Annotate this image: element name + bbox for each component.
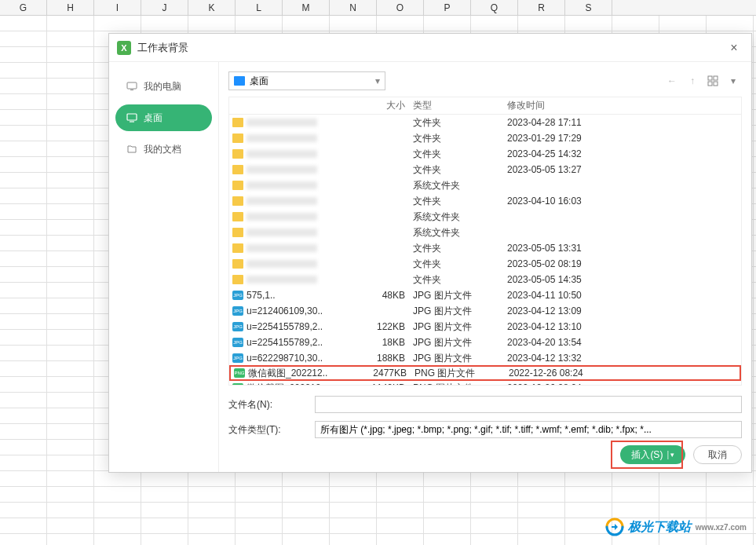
- filename-input[interactable]: [315, 396, 742, 413]
- header-name[interactable]: 名称: [229, 99, 371, 112]
- file-type: 文件夹: [410, 116, 504, 130]
- blurred-filename: [247, 244, 317, 252]
- column-header-J[interactable]: J: [141, 0, 188, 15]
- blurred-filename: [247, 213, 317, 221]
- file-type: 文件夹: [410, 148, 504, 161]
- watermark-text: 极光下载站: [628, 519, 691, 536]
- file-row[interactable]: 系统文件夹: [229, 225, 741, 240]
- file-row[interactable]: JPGu=2254155789,2..18KBJPG 图片文件2023-04-2…: [229, 335, 741, 350]
- file-row[interactable]: JPGu=2254155789,2..122KBJPG 图片文件2023-04-…: [229, 319, 741, 335]
- file-row[interactable]: 文件夹2023-05-05 13:31: [229, 240, 741, 256]
- file-row[interactable]: JPGu=622298710,30..188KBJPG 图片文件2023-04-…: [229, 350, 741, 366]
- sidebar-item-my-documents[interactable]: 我的文档: [115, 136, 212, 163]
- file-date: 2022-12-26 08:24: [504, 382, 630, 386]
- column-headers: GHIJKLMNOPQRS: [0, 0, 756, 16]
- view-dropdown-icon[interactable]: ▾: [725, 72, 742, 90]
- folder-icon: [232, 181, 243, 190]
- svg-rect-4: [708, 76, 712, 80]
- file-row[interactable]: 文件夹2023-05-05 14:35: [229, 272, 741, 287]
- blurred-filename: [247, 229, 317, 236]
- file-size: 18KB: [371, 337, 410, 348]
- folder-icon: [232, 228, 243, 237]
- jpg-icon: JPG: [232, 353, 243, 363]
- column-header-S[interactable]: S: [565, 0, 612, 15]
- filetype-combo[interactable]: [315, 421, 742, 438]
- file-type: JPG 图片文件: [410, 289, 504, 302]
- header-size[interactable]: 大小: [371, 99, 410, 112]
- file-row[interactable]: PNG微信截图_202212..2477KBPNG 图片文件2022-12-26…: [229, 365, 741, 381]
- close-icon[interactable]: ×: [725, 38, 743, 57]
- column-header-N[interactable]: N: [330, 0, 377, 15]
- column-header-H[interactable]: H: [47, 0, 94, 15]
- file-row[interactable]: JPGu=212406109,30..JPG 图片文件2023-04-12 13…: [229, 303, 741, 319]
- file-type: JPG 图片文件: [410, 305, 504, 318]
- file-list-header[interactable]: 名称 大小 类型 修改时间: [229, 97, 741, 115]
- file-type: JPG 图片文件: [410, 320, 504, 334]
- file-date: 2023-04-28 17:11: [504, 117, 630, 128]
- file-row[interactable]: 文件夹2023-05-02 08:19: [229, 256, 741, 272]
- view-mode-button[interactable]: [704, 72, 721, 90]
- column-header-M[interactable]: M: [283, 0, 330, 15]
- chevron-down-icon: ▾: [375, 75, 380, 86]
- file-row[interactable]: 文件夹2023-04-10 16:03: [229, 193, 741, 209]
- file-type: 系统文件夹: [410, 210, 504, 224]
- dialog-titlebar[interactable]: X 工作表背景 ×: [109, 34, 751, 62]
- file-row[interactable]: 文件夹2023-04-28 17:11: [229, 115, 741, 130]
- column-header-R[interactable]: R: [518, 0, 565, 15]
- sidebar-item-my-computer[interactable]: 我的电脑: [115, 73, 212, 100]
- file-row[interactable]: 文件夹2023-01-29 17:29: [229, 130, 741, 146]
- blurred-filename: [247, 134, 317, 142]
- sidebar-item-desktop[interactable]: 桌面: [115, 104, 212, 131]
- file-date: 2023-05-05 14:35: [504, 274, 630, 285]
- column-header-P[interactable]: P: [424, 0, 471, 15]
- monitor-icon: [234, 76, 245, 86]
- watermark-logo-icon: [604, 517, 625, 537]
- cancel-button[interactable]: 取消: [693, 445, 742, 464]
- file-name: 575,1..: [247, 290, 276, 301]
- desktop-icon: [126, 112, 137, 123]
- file-name: u=2254155789,2..: [247, 337, 323, 348]
- folder-icon: [232, 134, 243, 143]
- sidebar-item-label: 桌面: [144, 112, 163, 125]
- jpg-icon: JPG: [232, 291, 243, 300]
- file-date: 2023-04-12 13:09: [504, 305, 630, 316]
- file-type: 文件夹: [410, 195, 504, 208]
- watermark-url: www.xz7.com: [696, 523, 747, 532]
- column-header-L[interactable]: L: [236, 0, 283, 15]
- file-row[interactable]: 系统文件夹: [229, 177, 741, 193]
- folder-icon: [232, 243, 243, 253]
- up-button[interactable]: ↑: [684, 72, 701, 90]
- file-row[interactable]: 文件夹2023-04-25 14:32: [229, 146, 741, 162]
- form-area: 文件名(N): 文件类型(T): 插入(S) │▾ 取消: [228, 393, 742, 464]
- blurred-filename: [247, 197, 317, 205]
- file-type: PNG 图片文件: [411, 367, 506, 380]
- location-combo[interactable]: 桌面 ▾: [228, 71, 385, 90]
- folder-icon: [232, 259, 243, 269]
- folder-icon: [232, 212, 243, 221]
- location-text: 桌面: [250, 75, 268, 88]
- column-header-I[interactable]: I: [94, 0, 141, 15]
- back-button[interactable]: ←: [663, 72, 681, 90]
- file-row[interactable]: 文件夹2023-05-05 13:27: [229, 162, 741, 177]
- file-name: u=212406109,30..: [247, 305, 323, 316]
- blurred-filename: [247, 166, 317, 174]
- file-row[interactable]: PNG微信截图_202212..1142KBPNG 图片文件2022-12-26…: [229, 380, 741, 386]
- column-header-K[interactable]: K: [188, 0, 236, 15]
- jpg-icon: JPG: [232, 338, 243, 347]
- file-type: 文件夹: [410, 242, 504, 255]
- file-list[interactable]: 名称 大小 类型 修改时间 文件夹2023-04-28 17:11文件夹2023…: [228, 97, 742, 386]
- column-header-O[interactable]: O: [377, 0, 424, 15]
- computer-icon: [126, 81, 137, 92]
- worksheet-background-dialog: X 工作表背景 × 我的电脑 桌面 我的文档: [108, 33, 752, 473]
- file-date: 2023-04-20 13:54: [504, 337, 630, 348]
- file-date: 2022-12-26 08:24: [506, 368, 631, 379]
- file-row[interactable]: JPG575,1..48KBJPG 图片文件2023-04-11 10:50: [229, 287, 741, 303]
- header-type[interactable]: 类型: [410, 99, 504, 112]
- png-icon: PNG: [234, 368, 245, 378]
- column-header-Q[interactable]: Q: [471, 0, 518, 15]
- file-date: 2023-05-05 13:31: [504, 243, 630, 254]
- folder-icon: [232, 275, 243, 284]
- file-row[interactable]: 系统文件夹: [229, 209, 741, 225]
- column-header-G[interactable]: G: [0, 0, 47, 15]
- header-date[interactable]: 修改时间: [504, 99, 630, 112]
